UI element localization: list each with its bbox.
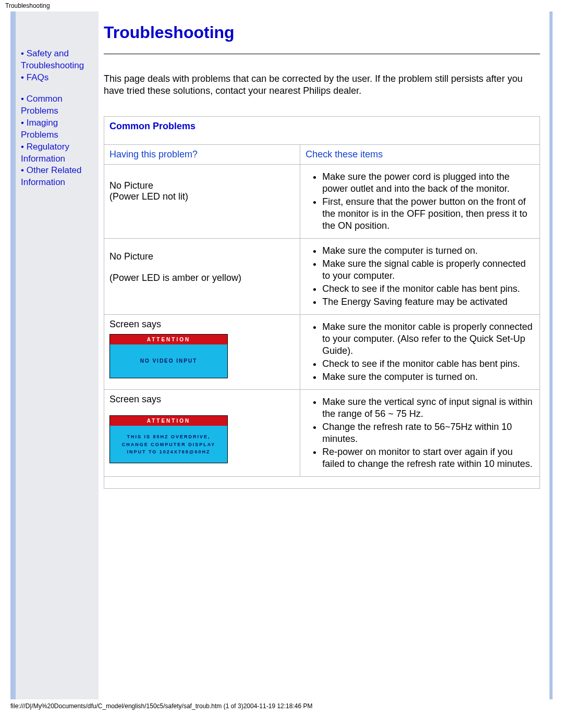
osd-body-text: NO VIDEO INPUT [110,344,227,378]
problem-cell: Screen says ATTENTION THIS IS 85HZ OVERD… [104,390,300,476]
sidebar-item: • FAQs [21,72,96,84]
problem-cell: No Picture (Power LED is amber or yellow… [104,239,300,314]
check-item: Change the refresh rate to 56~75Hz withi… [322,421,534,445]
check-item: Make sure the signal cable is properly c… [322,258,534,282]
sidebar-link-faqs[interactable]: FAQs [27,72,49,82]
sidebar-link-other[interactable]: Other Related Information [21,165,82,187]
spacer-row [104,477,540,488]
sidebar-link-imaging[interactable]: Imaging Problems [21,118,58,140]
check-item: Make sure the computer is turned on. [322,245,534,257]
problem-text: (Power LED not lit) [109,191,295,202]
problem-text: No Picture [109,251,295,262]
problems-table: Common Problems Having this problem? Che… [104,116,540,489]
problem-text: Screen says [109,394,295,405]
problem-text: No Picture [109,180,295,191]
problem-text: Screen says [109,319,295,330]
table-row: No Picture (Power LED not lit) Make sure… [104,165,540,238]
problem-cell: No Picture (Power LED not lit) [104,165,300,238]
check-item: Make sure the monitor cable is properly … [322,321,534,357]
sidebar-item: • Other Related Information [21,165,96,189]
problem-text: (Power LED is amber or yellow) [109,273,295,283]
check-cell: Make sure the monitor cable is properly … [300,315,540,389]
sidebar-item: • Common Problems [21,93,96,117]
page-frame: • Safety and Troubleshooting • FAQs • Co… [10,11,553,699]
header-tiny-title: Troubleshooting [0,0,563,11]
check-item: Make sure the power cord is plugged into… [322,171,534,195]
osd-attention-bar: ATTENTION [110,335,227,344]
sidebar-item: • Safety and Troubleshooting [21,48,96,72]
section-title: Common Problems [104,117,540,144]
table-row: Screen says ATTENTION THIS IS 85HZ OVERD… [104,390,540,476]
sidebar-link-safety[interactable]: Safety and Troubleshooting [21,48,84,70]
sidebar-link-regulatory[interactable]: Regulatory Information [21,142,69,164]
check-item: Make sure the vertical sync of input sig… [322,396,534,420]
check-item: The Energy Saving feature may be activat… [322,296,534,308]
col-head-check: Check these items [300,145,540,164]
osd-message-box: ATTENTION THIS IS 85HZ OVERDRIVE, CHANGE… [109,415,228,463]
osd-attention-bar: ATTENTION [110,416,227,426]
check-item: Make sure the computer is turned on. [322,371,534,383]
divider [104,54,540,54]
problem-cell: Screen says ATTENTION NO VIDEO INPUT [104,315,300,389]
footer-path: file:///D|/My%20Documents/dfu/C_model/en… [0,699,563,717]
intro-text: This page deals with problems that can b… [104,73,540,97]
sidebar-item: • Regulatory Information [21,141,96,165]
table-row: No Picture (Power LED is amber or yellow… [104,239,540,314]
sidebar-nav: • Safety and Troubleshooting • FAQs • Co… [16,11,99,699]
check-cell: Make sure the power cord is plugged into… [300,165,540,238]
check-item: Re-power on monitor to start over again … [322,446,534,470]
osd-message-box: ATTENTION NO VIDEO INPUT [109,334,228,378]
check-cell: Make sure the vertical sync of input sig… [300,390,540,476]
col-head-problem: Having this problem? [104,145,300,164]
osd-body-text: THIS IS 85HZ OVERDRIVE, CHANGE COMPUTER … [110,426,227,463]
main-content: Troubleshooting This page deals with pro… [99,11,549,699]
check-item: Check to see if the monitor cable has be… [322,358,534,370]
sidebar-link-common[interactable]: Common Problems [21,94,63,116]
check-cell: Make sure the computer is turned on. Mak… [300,239,540,314]
check-item: First, ensure that the power button on t… [322,196,534,232]
page-title: Troubleshooting [104,23,540,42]
table-row: Screen says ATTENTION NO VIDEO INPUT Mak… [104,315,540,389]
check-item: Check to see if the monitor cable has be… [322,283,534,295]
sidebar-item: • Imaging Problems [21,117,96,141]
